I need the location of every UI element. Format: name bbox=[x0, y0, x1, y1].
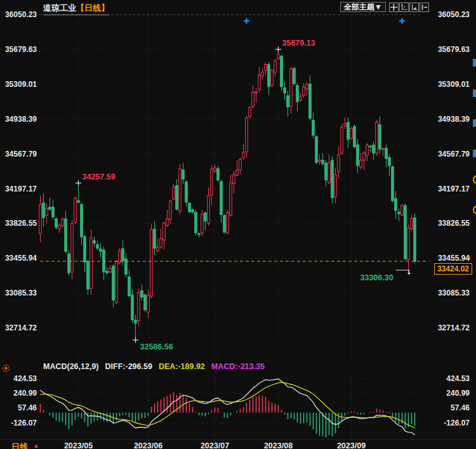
month-tick-label: 2023/05 bbox=[64, 441, 93, 449]
chart-window: 道琼工业【日线】 全部主题▼ 36050.2335679.6335309.013… bbox=[0, 0, 476, 449]
period-switch[interactable]: 日线 bbox=[11, 441, 28, 449]
month-tick-label: 2023/07 bbox=[201, 441, 229, 449]
price-up-arrow-icon: ▲ bbox=[466, 254, 472, 260]
macd-dea-value: DEA:-189.92 bbox=[159, 362, 205, 371]
symbol-name: 道琼工业 bbox=[43, 3, 76, 13]
period-arrow-icon: ▲ bbox=[33, 442, 39, 449]
clipped-panel-fragment bbox=[473, 89, 476, 97]
annotation-sep-low: 33306.30 bbox=[360, 273, 393, 282]
clipped-panel-fragment bbox=[473, 59, 476, 67]
month-tick-label: 2023/06 bbox=[134, 441, 162, 449]
macd-header: MACD(26,12,9)DIFF:-296.59DEA:-189.92MACD… bbox=[43, 362, 271, 371]
macd-formula: MACD(26,12,9) bbox=[43, 362, 99, 371]
macd-macd-value: MACD:-213.35 bbox=[211, 362, 265, 371]
month-tick-label: 2023/09 bbox=[337, 441, 366, 449]
clipped-panel-fragment bbox=[473, 150, 476, 157]
annotation-period-high: 35679.13 bbox=[282, 39, 315, 48]
theme-dropdown[interactable]: 全部主题▼ bbox=[340, 2, 386, 12]
macd-diff-value: DIFF:-296.59 bbox=[105, 362, 152, 371]
annotation-may-high: 34257.59 bbox=[83, 172, 116, 181]
clipped-panel-fragment bbox=[473, 119, 476, 127]
annotation-period-low: 32586.56 bbox=[140, 342, 173, 351]
period-tag: 【日线】 bbox=[76, 3, 109, 13]
time-axis-bar: 日线 ▲ 2023/052023/062023/072023/082023/09 bbox=[0, 439, 476, 449]
indicator-settings-icon[interactable] bbox=[3, 365, 10, 372]
month-tick-label: 2023/08 bbox=[264, 441, 293, 449]
current-price-badge: 33424.02 bbox=[434, 263, 472, 275]
chart-canvas[interactable] bbox=[0, 0, 476, 449]
chart-title[interactable]: 道琼工业【日线】 bbox=[43, 3, 109, 15]
